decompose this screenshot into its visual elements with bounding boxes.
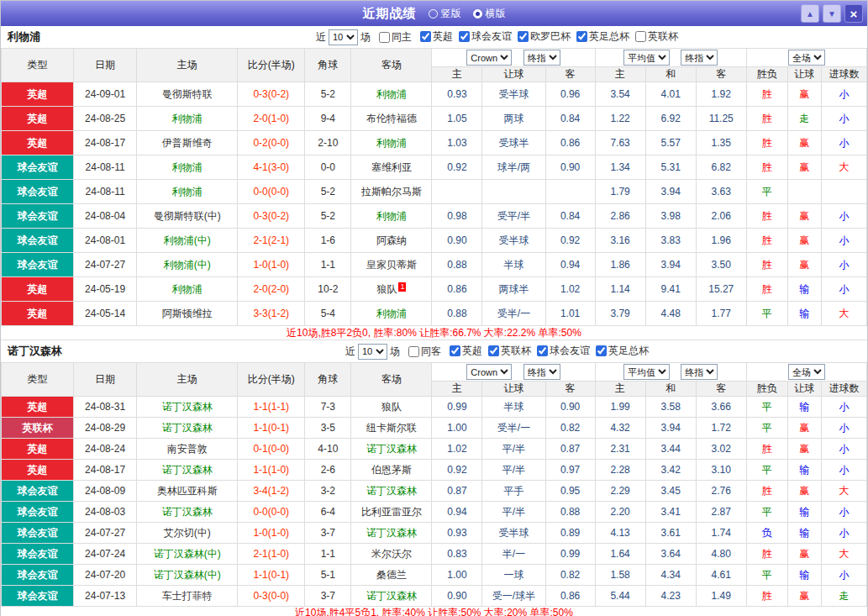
away-team: 桑德兰 bbox=[351, 565, 432, 586]
average-select[interactable]: 平均值 bbox=[623, 364, 670, 380]
match-date: 24-08-17 bbox=[74, 460, 137, 481]
league-checkbox[interactable] bbox=[450, 345, 460, 356]
avg-odds-value: 3.63 bbox=[696, 180, 746, 204]
away-team: 利物浦 bbox=[351, 131, 432, 155]
league-filter[interactable]: 英足总杯 bbox=[571, 29, 629, 44]
team-name: 南安普敦 bbox=[167, 443, 208, 455]
league-label: 欧罗巴杯 bbox=[530, 29, 571, 44]
same-side-filter[interactable]: 同主 bbox=[373, 30, 412, 45]
team-name: 诺丁汉森林 bbox=[366, 443, 417, 455]
corner-score: 9-4 bbox=[305, 107, 351, 131]
goals-mark: 小 bbox=[821, 253, 866, 277]
corner-score: 1-6 bbox=[305, 229, 351, 253]
away-team: 伯恩茅斯 bbox=[351, 460, 432, 481]
match-row: 球会友谊24-08-03诺丁汉森林0-0(0-0)6-4比利亚雷亚尔0.94平/… bbox=[2, 502, 867, 523]
team-name: 布伦特福德 bbox=[366, 113, 417, 124]
odds-value: 1.02 bbox=[545, 277, 595, 302]
col-corner: 角球 bbox=[305, 363, 351, 397]
bookmaker-select[interactable]: Crown bbox=[466, 364, 512, 380]
team-name: 诺丁汉森林(中) bbox=[154, 548, 221, 560]
scope-select[interactable]: 全场 bbox=[788, 50, 825, 66]
scroll-up-button[interactable]: ▲ bbox=[801, 4, 819, 23]
layout-radio-horizontal[interactable]: 横版 bbox=[473, 7, 506, 21]
recent-results-panel: 近期战绩 竖版 横版 ▲ ▼ × 利物浦 近 10 场 bbox=[0, 0, 868, 616]
match-row: 球会友谊24-08-04曼彻斯特联(中)0-3(0-2)5-2利物浦0.98受平… bbox=[2, 204, 867, 229]
odds-value: 半球 bbox=[482, 397, 545, 418]
team-name: 皇家贝蒂斯 bbox=[366, 259, 417, 271]
section-nottingham-forest: 诺丁汉森林 近 10 场 同客 英超英联杯球会友谊英足总杯 bbox=[1, 340, 867, 616]
avg-odds-value: 3.79 bbox=[595, 302, 645, 326]
matches-body: 英超24-09-01曼彻斯特联0-3(0-2)5-2利物浦0.93受半球0.96… bbox=[2, 82, 867, 326]
avg-odds-value: 3.41 bbox=[645, 502, 696, 523]
odds-value: 受平/半 bbox=[482, 204, 545, 229]
avg-stage-select[interactable]: 终指 bbox=[681, 50, 718, 66]
league-checkbox[interactable] bbox=[576, 31, 587, 42]
same-side-checkbox[interactable] bbox=[379, 32, 390, 43]
league-filter[interactable]: 英联杯 bbox=[482, 344, 531, 358]
avg-stage-select[interactable]: 终指 bbox=[681, 364, 718, 380]
team-name: 伊普斯维奇 bbox=[162, 137, 213, 149]
layout-radio-vertical[interactable]: 竖版 bbox=[429, 7, 461, 21]
league-checkbox[interactable] bbox=[459, 31, 470, 42]
odds-value: 受球半 bbox=[482, 131, 545, 155]
bookmaker-select[interactable]: Crown bbox=[466, 50, 512, 66]
odds-value: 0.88 bbox=[432, 302, 482, 326]
league-filter[interactable]: 球会友谊 bbox=[531, 344, 590, 358]
away-team: 利物浦 bbox=[351, 302, 432, 326]
team-name: 塞维利亚 bbox=[371, 161, 412, 173]
odds-stage-select[interactable]: 终指 bbox=[523, 364, 560, 380]
goals-mark: 小 bbox=[821, 229, 866, 253]
match-score: 1-0(1-0) bbox=[238, 253, 305, 277]
league-checkbox[interactable] bbox=[420, 31, 431, 42]
match-score: 2-0(1-0) bbox=[238, 107, 305, 131]
col-home: 主场 bbox=[137, 363, 238, 397]
league-checkbox[interactable] bbox=[635, 31, 646, 42]
handicap-mark: 输 bbox=[787, 460, 821, 481]
handicap-mark: 赢 bbox=[787, 253, 821, 277]
handicap-mark: 输 bbox=[787, 523, 821, 544]
match-date: 24-07-27 bbox=[74, 523, 137, 544]
match-score: 2-0(2-0) bbox=[238, 277, 305, 302]
match-date: 24-07-27 bbox=[74, 253, 137, 277]
near-label: 近 bbox=[316, 30, 326, 45]
league-filter[interactable]: 球会友谊 bbox=[453, 29, 512, 44]
match-count-select[interactable]: 10 bbox=[358, 344, 387, 360]
same-side-filter[interactable]: 同客 bbox=[402, 345, 441, 359]
league-filter[interactable]: 英足总杯 bbox=[590, 344, 649, 358]
close-button[interactable]: × bbox=[844, 4, 863, 23]
scope-select[interactable]: 全场 bbox=[788, 364, 825, 380]
odds-stage-select[interactable]: 终指 bbox=[523, 50, 560, 66]
league-label: 球会友谊 bbox=[550, 344, 590, 358]
down-arrow-icon: ▼ bbox=[828, 9, 836, 18]
avg-odds-value: 3.10 bbox=[696, 460, 746, 481]
odds-value: 0.90 bbox=[432, 229, 482, 253]
avg-odds-value: 3.02 bbox=[696, 439, 746, 460]
match-type: 球会友谊 bbox=[2, 544, 74, 565]
same-side-checkbox[interactable] bbox=[408, 346, 419, 357]
league-filter[interactable]: 英超 bbox=[414, 29, 453, 44]
match-row: 球会友谊24-07-20诺丁汉森林(中)1-1(0-1)5-1桑德兰1.00一球… bbox=[2, 565, 867, 586]
corner-score: 7-3 bbox=[305, 397, 351, 418]
odds-value: 0.94 bbox=[432, 502, 482, 523]
league-checkbox[interactable] bbox=[518, 31, 529, 42]
away-team: 利物浦 bbox=[351, 204, 432, 229]
league-checkbox[interactable] bbox=[596, 345, 607, 356]
league-checkbox[interactable] bbox=[537, 345, 548, 356]
team-name: 车士打菲特 bbox=[162, 590, 213, 602]
average-select[interactable]: 平均值 bbox=[623, 50, 670, 66]
scroll-down-button[interactable]: ▼ bbox=[823, 4, 841, 23]
league-filter[interactable]: 欧罗巴杯 bbox=[512, 29, 571, 44]
odds-value: 球半/两 bbox=[482, 155, 545, 180]
league-filter[interactable]: 英超 bbox=[444, 344, 482, 358]
match-count-select[interactable]: 10 bbox=[329, 29, 358, 45]
corner-score: 3-2 bbox=[305, 481, 351, 502]
league-filter[interactable]: 英联杯 bbox=[629, 29, 678, 44]
result-mark: 胜 bbox=[746, 439, 787, 460]
odds-value: 0.97 bbox=[545, 460, 595, 481]
handicap-mark: 赢 bbox=[787, 586, 821, 607]
handicap-mark: 输 bbox=[787, 565, 821, 586]
odds-value: 0.93 bbox=[432, 82, 482, 107]
avg-odds-value: 5.31 bbox=[645, 155, 696, 180]
match-score: 1-1(1-1) bbox=[238, 397, 305, 418]
league-checkbox[interactable] bbox=[488, 345, 499, 356]
